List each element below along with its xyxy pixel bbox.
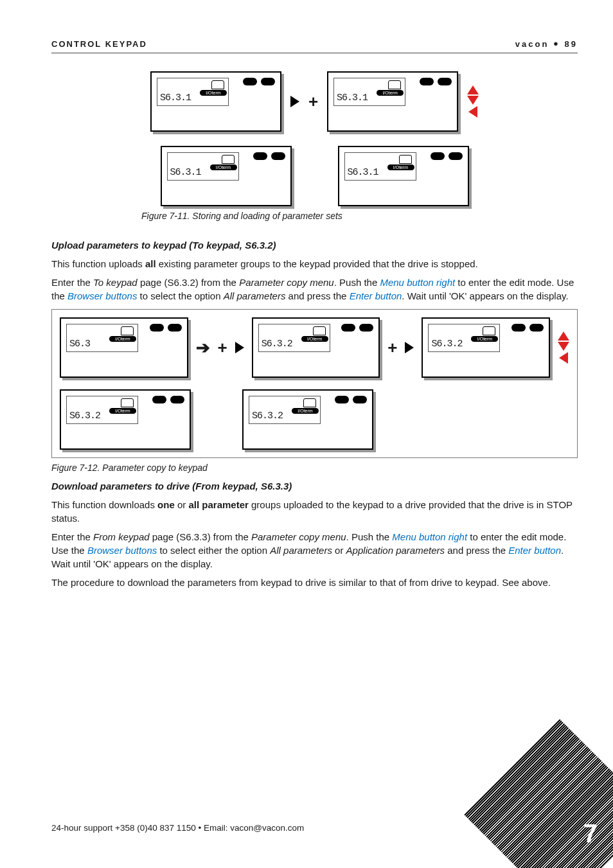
plus-icon: + bbox=[387, 336, 397, 359]
link-browser-buttons[interactable]: Browser buttons bbox=[87, 545, 157, 556]
figure-7-12-caption: Figure 7-12. Parameter copy to keypad bbox=[51, 462, 578, 475]
nav-arrows bbox=[558, 332, 569, 364]
arrow-right-icon bbox=[290, 96, 299, 107]
paragraph: Enter the To keypad page (S6.3.2) from t… bbox=[51, 276, 578, 303]
keypad-panel: S6.3.2 I/Oterm bbox=[60, 389, 191, 450]
link-menu-button-right[interactable]: Menu button right bbox=[392, 531, 467, 542]
keypad-panel: S6.3.2 I/Oterm bbox=[422, 317, 550, 378]
keypad-panel: S6.3.1 I/Oterm bbox=[161, 146, 292, 206]
page-header: CONTROL KEYPAD vacon ● 89 bbox=[51, 39, 578, 53]
arrow-right-icon bbox=[405, 342, 414, 353]
arrow-left-icon bbox=[559, 352, 568, 364]
paragraph: This function downloads one or all param… bbox=[51, 498, 578, 525]
keypad-panel: S6.3 I/Oterm bbox=[60, 317, 188, 378]
header-left: CONTROL KEYPAD bbox=[51, 39, 147, 50]
keypad-panel: S6.3.2 I/Oterm bbox=[242, 389, 373, 450]
keypad-panel: S6.3.1 I/Oterm bbox=[327, 71, 458, 132]
keypad-panel: S6.3.2 I/Oterm bbox=[252, 317, 380, 378]
arrow-up-icon bbox=[467, 85, 479, 94]
arrow-right-icon: ➔ bbox=[196, 336, 210, 359]
link-enter-button[interactable]: Enter button bbox=[350, 290, 402, 301]
figure-7-12: S6.3 I/Oterm ➔ + S6.3.2 I/Oterm + bbox=[51, 309, 578, 458]
arrow-down-icon bbox=[558, 342, 569, 351]
paragraph: Enter the From keypad page (S6.3.3) from… bbox=[51, 530, 578, 571]
keypad-panel: S6.3.1 I/Oterm bbox=[338, 146, 469, 206]
page-number: 7 bbox=[583, 815, 598, 851]
paragraph: This function uploads all existing param… bbox=[51, 257, 578, 270]
nav-arrows bbox=[467, 85, 479, 118]
section-title-upload: Upload parameters to keypad (To keypad, … bbox=[51, 238, 578, 252]
figure-7-11-caption: Figure 7-11. Storing and loading of para… bbox=[141, 210, 578, 223]
arrow-up-icon bbox=[558, 332, 569, 341]
section-title-download: Download parameters to drive (From keypa… bbox=[51, 479, 578, 493]
arrow-right-icon bbox=[235, 342, 244, 353]
plus-icon: + bbox=[218, 336, 227, 359]
header-right: vacon ● 89 bbox=[515, 39, 578, 50]
plus-icon: + bbox=[308, 90, 318, 113]
link-browser-buttons[interactable]: Browser buttons bbox=[67, 290, 137, 301]
arrow-left-icon bbox=[468, 106, 477, 118]
link-enter-button[interactable]: Enter button bbox=[508, 545, 561, 556]
figure-7-11: S6.3.1 I/Oterm + S6.3.1 I/Oterm bbox=[154, 71, 475, 206]
link-menu-button-right[interactable]: Menu button right bbox=[380, 277, 455, 288]
paragraph: The procedure to download the parameters… bbox=[51, 576, 578, 589]
arrow-down-icon bbox=[467, 96, 479, 105]
keypad-panel: S6.3.1 I/Oterm bbox=[150, 71, 281, 132]
